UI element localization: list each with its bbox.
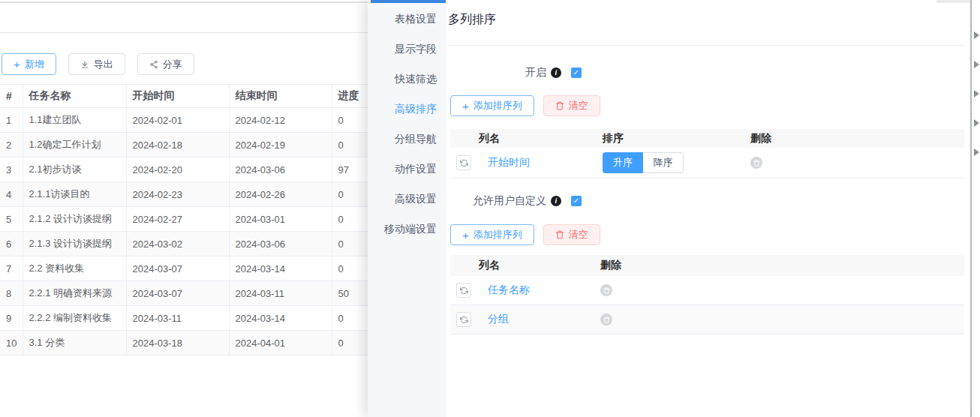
settings-drawer: 表格设置显示字段快速筛选高级排序分组导航动作设置高级设置移动端设置 多列排序 开… <box>368 0 971 417</box>
share-button[interactable]: 分享 <box>137 53 194 75</box>
swap-icon <box>460 159 468 167</box>
custom-column-link[interactable]: 任务名称 <box>488 284 530 297</box>
toolbar: + 新增 导出 分享 <box>2 53 194 75</box>
export-button-label: 导出 <box>94 58 113 71</box>
task-row[interactable]: 52.1.2 设计访谈提纲2024-02-272024-03-010 <box>0 207 392 232</box>
sidebar-item[interactable]: 分组导航 <box>368 124 446 154</box>
chevron-right-icon[interactable] <box>974 32 979 39</box>
descending-button[interactable]: 降序 <box>643 152 684 173</box>
task-cell: 2024-03-07 <box>126 256 229 281</box>
swap-icon <box>460 316 468 324</box>
task-row[interactable]: 62.1.3 设计访谈提纲2024-03-022024-03-060 <box>0 232 392 256</box>
custom-sort-row: 分组 <box>450 305 964 334</box>
trash-icon <box>753 160 760 166</box>
task-cell: 2.1.1访谈目的 <box>23 182 126 207</box>
task-row[interactable]: 82.2.1 明确资料来源2024-03-072024-03-1150 <box>0 281 392 306</box>
right-top-border <box>936 0 970 3</box>
task-cell: 2024-02-01 <box>126 108 229 133</box>
task-cell: 1.1建立团队 <box>23 108 126 133</box>
task-cell: 1 <box>0 108 23 133</box>
swap-icon <box>460 286 468 295</box>
task-cell: 2024-03-14 <box>229 256 332 281</box>
sidebar-item[interactable]: 移动端设置 <box>368 214 446 244</box>
sidebar-item[interactable]: 快速筛选 <box>368 64 446 94</box>
task-cell: 2 <box>0 133 23 158</box>
task-row[interactable]: 21.2确定工作计划2024-02-182024-02-190 <box>0 133 392 158</box>
task-cell: 2.2.1 明确资料来源 <box>23 281 126 306</box>
share-button-label: 分享 <box>163 58 182 71</box>
task-cell: 2024-02-20 <box>126 158 229 182</box>
allow-custom-label-wrap: 允许用户自定义 i <box>446 194 561 208</box>
enable-label-wrap: 开启 i <box>446 66 561 80</box>
chevron-right-icon[interactable] <box>974 119 979 127</box>
trash-icon <box>555 230 564 239</box>
task-table: #任务名称开始时间结束时间进度 11.1建立团队2024-02-012024-0… <box>0 84 392 356</box>
task-row[interactable]: 72.2 资料收集2024-03-072024-03-140 <box>0 256 392 281</box>
drawer-sidebar: 表格设置显示字段快速筛选高级排序分组导航动作设置高级设置移动端设置 <box>368 0 446 417</box>
custom-column-link[interactable]: 分组 <box>488 313 509 326</box>
task-cell: 6 <box>0 232 23 256</box>
sidebar-item[interactable]: 显示字段 <box>368 34 446 64</box>
task-cell: 2024-03-14 <box>229 306 332 331</box>
sidebar-item[interactable]: 高级设置 <box>368 184 446 214</box>
col-header-name: 列名 <box>450 259 597 272</box>
chevron-right-icon[interactable] <box>974 148 979 156</box>
chevron-right-icon[interactable] <box>974 61 979 68</box>
task-cell: 2024-03-11 <box>229 281 332 306</box>
delete-custom-row-button[interactable] <box>600 314 612 326</box>
task-cell: 2024-02-26 <box>229 182 332 207</box>
plus-icon: + <box>462 100 469 112</box>
add-custom-sort-column-button[interactable]: + 添加排序列 <box>450 224 534 245</box>
add-custom-sort-label: 添加排序列 <box>473 228 522 242</box>
share-icon <box>149 60 158 69</box>
task-cell: 5 <box>0 207 23 232</box>
delete-custom-row-button[interactable] <box>600 284 612 296</box>
task-cell: 1.2确定工作计划 <box>23 133 126 158</box>
task-cell: 2024-02-18 <box>126 133 229 158</box>
sidebar-item-active[interactable]: 高级排序 <box>368 94 446 124</box>
task-cell: 2024-03-06 <box>229 158 332 182</box>
add-sort-column-button[interactable]: + 添加排序列 <box>450 95 534 116</box>
sidebar-item[interactable]: 动作设置 <box>368 154 446 184</box>
task-row[interactable]: 11.1建立团队2024-02-012024-02-120 <box>0 108 392 133</box>
task-cell: 4 <box>0 182 23 207</box>
drawer-content: 多列排序 开启 i ✓ + 添加排序列 清空 <box>446 0 971 417</box>
custom-sort-row: 任务名称 <box>450 276 964 305</box>
allow-custom-checkbox[interactable]: ✓ <box>571 196 582 206</box>
task-cell: 2024-03-11 <box>126 306 229 331</box>
task-cell: 2024-03-07 <box>126 281 229 306</box>
task-table-head-row: #任务名称开始时间结束时间进度 <box>0 85 392 108</box>
task-row[interactable]: 103.1 分类2024-03-182024-04-010 <box>0 331 392 356</box>
task-cell: 2024-02-12 <box>229 108 332 133</box>
enable-checkbox[interactable]: ✓ <box>571 68 582 78</box>
download-icon <box>80 60 89 69</box>
sidebar-item[interactable]: 表格设置 <box>368 4 446 34</box>
clear-sort-button[interactable]: 清空 <box>543 95 600 116</box>
task-cell: 2024-02-23 <box>126 182 229 207</box>
swap-column-button[interactable] <box>456 312 471 327</box>
swap-column-button[interactable] <box>456 155 471 170</box>
task-row[interactable]: 42.1.1访谈目的2024-02-232024-02-260 <box>0 182 392 207</box>
task-col-header: # <box>0 85 23 108</box>
swap-column-button[interactable] <box>456 283 471 298</box>
task-row[interactable]: 32.1初步访谈2024-02-202024-03-0697 <box>0 158 392 182</box>
custom-sort-actions: + 添加排序列 清空 <box>450 224 600 245</box>
clear-sort-label: 清空 <box>569 99 588 112</box>
task-col-header: 任务名称 <box>23 85 126 108</box>
task-row[interactable]: 92.2.2 编制资料收集2024-03-112024-03-140 <box>0 306 392 331</box>
delete-sort-row-button[interactable] <box>750 157 762 169</box>
add-button[interactable]: + 新增 <box>2 53 56 75</box>
col-header-order: 排序 <box>597 132 747 146</box>
ascending-button[interactable]: 升序 <box>603 152 643 173</box>
task-cell: 2024-02-27 <box>126 207 229 232</box>
task-cell: 10 <box>0 331 23 356</box>
sort-column-link[interactable]: 开始时间 <box>488 156 530 170</box>
trash-icon <box>603 287 610 294</box>
clear-custom-sort-button[interactable]: 清空 <box>543 224 600 245</box>
export-button[interactable]: 导出 <box>68 53 125 75</box>
info-icon[interactable]: i <box>551 196 561 206</box>
chevron-right-icon[interactable] <box>974 90 979 98</box>
plus-icon: + <box>462 230 469 241</box>
info-icon[interactable]: i <box>551 68 561 78</box>
task-cell: 2.1.2 设计访谈提纲 <box>23 207 126 232</box>
